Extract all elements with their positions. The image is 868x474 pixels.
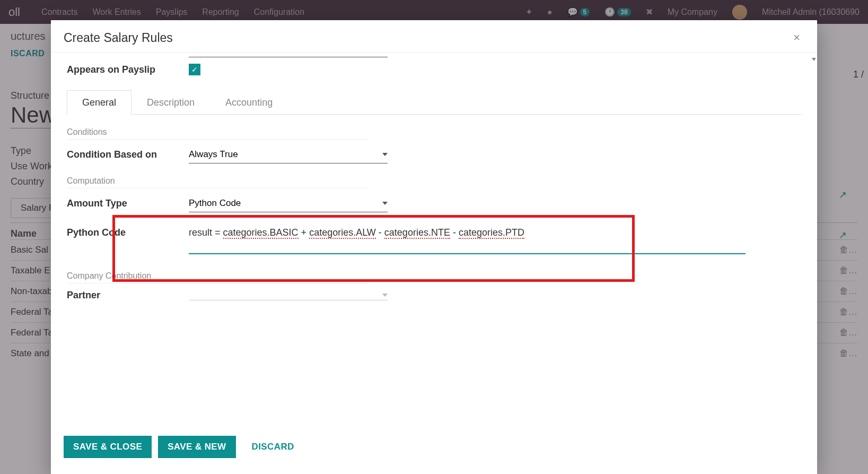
- tab-bar: General Description Accounting: [67, 90, 801, 115]
- tab-accounting[interactable]: Accounting: [210, 90, 288, 115]
- section-company-contribution: Company Contribution: [67, 271, 369, 283]
- chevron-down-icon: [382, 153, 388, 156]
- appears-on-payslip-label: Appears on Payslip: [67, 64, 189, 75]
- save-new-button[interactable]: SAVE & NEW: [158, 436, 235, 458]
- amount-type-select[interactable]: Python Code: [189, 195, 388, 212]
- modal-dialog: Create Salary Rules × Appears on Payslip…: [51, 20, 817, 474]
- scroll-up-icon[interactable]: [812, 58, 816, 61]
- tab-description[interactable]: Description: [131, 90, 210, 115]
- modal-header: Create Salary Rules ×: [51, 20, 817, 52]
- chevron-down-icon: [382, 202, 388, 205]
- partner-label: Partner: [67, 290, 189, 301]
- modal-title: Create Salary Rules: [64, 31, 173, 45]
- close-icon[interactable]: ×: [789, 29, 804, 47]
- modal-backdrop[interactable]: Create Salary Rules × Appears on Payslip…: [0, 0, 868, 474]
- condition-based-on-label: Condition Based on: [67, 149, 189, 160]
- condition-based-on-select[interactable]: Always True: [189, 146, 388, 163]
- partner-select[interactable]: [189, 290, 388, 300]
- appears-on-payslip-checkbox[interactable]: ✓: [189, 64, 200, 75]
- modal-body: Appears on Payslip ✓ General Description…: [51, 52, 817, 427]
- amount-type-label: Amount Type: [67, 198, 189, 209]
- section-conditions: Conditions: [67, 127, 369, 140]
- python-code-label: Python Code: [67, 227, 189, 238]
- tab-general[interactable]: General: [67, 90, 131, 115]
- discard-button[interactable]: DISCARD: [242, 436, 304, 458]
- python-code-textarea[interactable]: result = categories.BASIC + categories.A…: [189, 227, 524, 238]
- condition-value: Always True: [189, 149, 238, 160]
- section-computation: Computation: [67, 176, 369, 188]
- amount-type-value: Python Code: [189, 198, 241, 209]
- chevron-down-icon: [382, 294, 388, 297]
- save-close-button[interactable]: SAVE & CLOSE: [64, 436, 152, 458]
- active-field-underline: [189, 253, 746, 254]
- modal-footer: SAVE & CLOSE SAVE & NEW DISCARD: [51, 427, 817, 474]
